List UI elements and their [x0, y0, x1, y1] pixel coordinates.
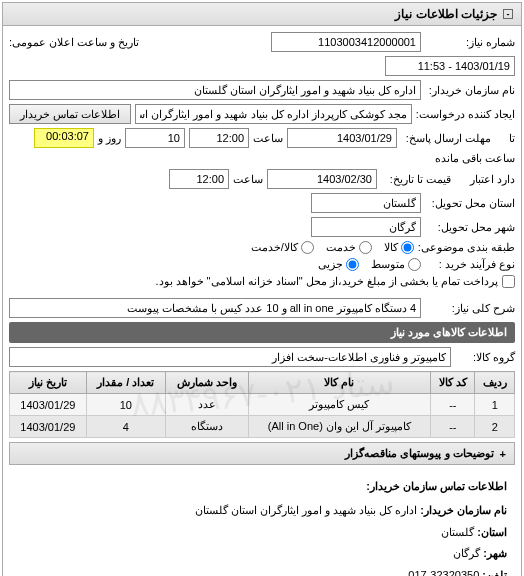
accept-to-label: دارد اعتبار [455, 173, 515, 186]
th-name: نام کالا [248, 372, 430, 394]
contact-city: شهر: گرگان [17, 544, 507, 564]
group-input[interactable] [9, 347, 451, 367]
city-input[interactable] [311, 217, 421, 237]
expand-icon[interactable]: + [500, 448, 506, 460]
deadline-label: مهلت ارسال پاسخ: [401, 132, 491, 145]
cell-name: کیس کامپیوتر [248, 394, 430, 416]
row-requester: ایجاد کننده درخواست: اطلاعات تماس خریدار [9, 104, 515, 124]
time-label-2: ساعت [233, 173, 263, 186]
row-desc: شرح کلی نیاز: [9, 298, 515, 318]
cell-unit: دستگاه [166, 416, 249, 438]
class-label: طبقه بندی موضوعی: [418, 241, 515, 254]
province-input[interactable] [311, 193, 421, 213]
buyer-label: نام سازمان خریدار: [425, 84, 515, 97]
contact-org: نام سازمان خریدار: اداره کل بنیاد شهید و… [17, 501, 507, 521]
process-note-text: پرداخت تمام یا بخشی از مبلغ خرید،از محل … [155, 275, 498, 288]
cell-row: 2 [475, 416, 515, 438]
th-code: کد کالا [431, 372, 475, 394]
cell-code: -- [431, 416, 475, 438]
countdown-label: ساعت باقی مانده [435, 152, 515, 165]
process-label: نوع فرآیند خرید : [425, 258, 515, 271]
class-gs-radio[interactable] [301, 241, 314, 254]
desc-label: شرح کلی نیاز: [425, 302, 515, 315]
deadline-to-label: تا [495, 132, 515, 145]
cell-name: کامپیوتر آل این وان (All in One) [248, 416, 430, 438]
row-buyer: نام سازمان خریدار: [9, 80, 515, 100]
announce-label: تاریخ و ساعت اعلان عمومی: [9, 36, 139, 49]
table-header-row: ردیف کد کالا نام کالا واحد شمارش تعداد /… [10, 372, 515, 394]
th-row: ردیف [475, 372, 515, 394]
table-row[interactable]: 1 -- کیس کامپیوتر عدد 10 1403/01/29 [10, 394, 515, 416]
cell-unit: عدد [166, 394, 249, 416]
row-class: طبقه بندی موضوعی: کالا خدمت کالا/خدمت [9, 241, 515, 254]
details-panel: - جزئیات اطلاعات نیاز ستاد ۰۲۱-۸۸۳۴۹۶۷ ش… [2, 2, 522, 576]
buyer-input[interactable] [9, 80, 421, 100]
attachments-title: توضیحات و پیوستهای مناقصه‌گزار [345, 447, 493, 460]
requester-label: ایجاد کننده درخواست: [416, 108, 515, 121]
row-need-no: شماره نیاز: تاریخ و ساعت اعلان عمومی: [9, 32, 515, 76]
deadline-time-input[interactable] [189, 128, 249, 148]
time-label-1: ساعت [253, 132, 283, 145]
announce-input[interactable] [385, 56, 515, 76]
group-label: گروه کالا: [455, 351, 515, 364]
cell-qty: 4 [86, 416, 165, 438]
class-radio-group: کالا خدمت کالا/خدمت [251, 241, 414, 254]
goods-table: ردیف کد کالا نام کالا واحد شمارش تعداد /… [9, 371, 515, 438]
need-no-input[interactable] [271, 32, 421, 52]
price-until-date-input[interactable] [267, 169, 377, 189]
row-city: شهر محل تحویل: [9, 217, 515, 237]
contact-block: اطلاعات تماس سازمان خریدار: نام سازمان خ… [9, 469, 515, 576]
days-input[interactable] [125, 128, 185, 148]
class-goods-radio[interactable] [401, 241, 414, 254]
class-gs-option[interactable]: کالا/خدمت [251, 241, 314, 254]
days-label: روز و [98, 132, 121, 145]
contact-province: استان: گلستان [17, 523, 507, 543]
price-until-label: قیمت تا تاریخ: [381, 173, 451, 186]
panel-title: جزئیات اطلاعات نیاز [395, 7, 497, 21]
form-area: شماره نیاز: تاریخ و ساعت اعلان عمومی: نا… [3, 26, 521, 576]
content-wrap: ستاد ۰۲۱-۸۸۳۴۹۶۷ شماره نیاز: تاریخ و ساع… [3, 26, 521, 576]
process-small-option[interactable]: جزیی [318, 258, 359, 271]
cell-row: 1 [475, 394, 515, 416]
price-until-time-input[interactable] [169, 169, 229, 189]
row-process: نوع فرآیند خرید : متوسط جزیی پرداخت تمام… [9, 258, 515, 288]
process-medium-option[interactable]: متوسط [371, 258, 421, 271]
province-label: استان محل تحویل: [425, 197, 515, 210]
class-service-radio[interactable] [359, 241, 372, 254]
cell-date: 1403/01/29 [10, 394, 87, 416]
contact-title: اطلاعات تماس سازمان خریدار: [17, 477, 507, 497]
th-unit: واحد شمارش [166, 372, 249, 394]
collapse-icon[interactable]: - [503, 9, 513, 19]
attachments-section[interactable]: + توضیحات و پیوستهای مناقصه‌گزار [9, 442, 515, 465]
cell-code: -- [431, 394, 475, 416]
goods-section-title: اطلاعات کالاهای مورد نیاز [9, 322, 515, 343]
need-no-label: شماره نیاز: [425, 36, 515, 49]
table-row[interactable]: 2 -- کامپیوتر آل این وان (All in One) دس… [10, 416, 515, 438]
countdown: 00:03:07 [34, 128, 94, 148]
panel-header: - جزئیات اطلاعات نیاز [3, 3, 521, 26]
process-note-check[interactable]: پرداخت تمام یا بخشی از مبلغ خرید،از محل … [155, 275, 515, 288]
class-goods-option[interactable]: کالا [384, 241, 414, 254]
th-qty: تعداد / مقدار [86, 372, 165, 394]
class-service-option[interactable]: خدمت [326, 241, 372, 254]
row-deadline: تا مهلت ارسال پاسخ: ساعت روز و 00:03:07 … [9, 128, 515, 165]
row-province: استان محل تحویل: [9, 193, 515, 213]
contact-phone: تلفن: 32320350-017 [17, 566, 507, 576]
city-label: شهر محل تحویل: [425, 221, 515, 234]
process-small-radio[interactable] [346, 258, 359, 271]
process-medium-radio[interactable] [408, 258, 421, 271]
row-validity: دارد اعتبار قیمت تا تاریخ: ساعت [9, 169, 515, 189]
process-radio-group: متوسط جزیی [318, 258, 421, 271]
row-group: گروه کالا: [9, 347, 515, 367]
cell-qty: 10 [86, 394, 165, 416]
deadline-date-input[interactable] [287, 128, 397, 148]
contact-button[interactable]: اطلاعات تماس خریدار [9, 104, 131, 124]
cell-date: 1403/01/29 [10, 416, 87, 438]
process-note-checkbox[interactable] [502, 275, 515, 288]
th-date: تاریخ نیاز [10, 372, 87, 394]
requester-input[interactable] [135, 104, 412, 124]
desc-input[interactable] [9, 298, 421, 318]
